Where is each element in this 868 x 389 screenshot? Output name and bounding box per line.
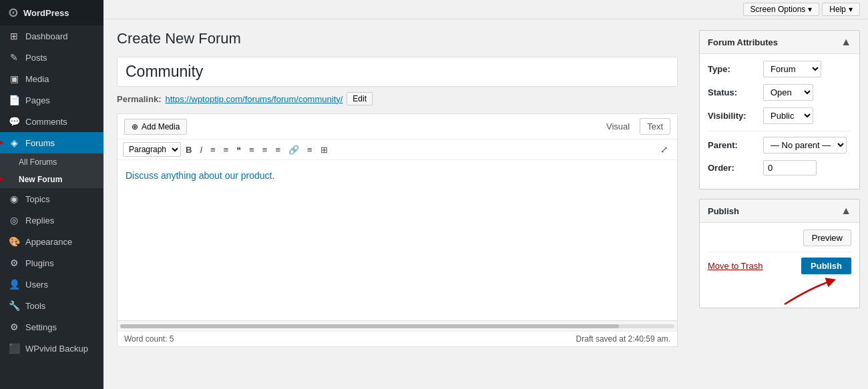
align-right-button[interactable]: ≡ [272, 143, 284, 157]
plugins-icon: ⚙ [8, 258, 20, 268]
sidebar-item-label: WPvivid Backup [25, 344, 88, 354]
sidebar-item-users[interactable]: 👤 Users [0, 274, 103, 295]
publish-panel: Publish ▲ Preview Move to Trash Publish [699, 199, 860, 308]
sidebar-item-settings[interactable]: ⚙ Settings [0, 316, 103, 338]
unordered-list-button[interactable]: ≡ [207, 143, 219, 157]
help-button[interactable]: Help ▾ [822, 3, 860, 16]
align-center-button[interactable]: ≡ [259, 143, 271, 157]
format-select[interactable]: Paragraph [123, 142, 181, 157]
sidebar-item-dashboard[interactable]: ⊞ Dashboard [0, 25, 103, 47]
editor-content: Discuss anything about our product. [126, 170, 274, 181]
all-forums-label: All Forums [19, 157, 57, 167]
media-icon: ▣ [8, 73, 20, 84]
forum-attributes-header: Forum Attributes ▲ [700, 31, 859, 54]
sidebar-item-tools[interactable]: 🔧 Tools [0, 295, 103, 316]
word-count: Word count: 5 [124, 334, 174, 344]
sidebar-item-all-forums[interactable]: All Forums [0, 153, 103, 171]
more-button[interactable]: ≡ [304, 143, 316, 157]
editor-tabs: Visual Text [599, 118, 670, 135]
replies-icon: ◎ [8, 215, 20, 226]
editor-toolbar: Paragraph B I ≡ ≡ ❝ ≡ ≡ ≡ 🔗 ≡ ⊞ ⤢ [118, 139, 677, 160]
comments-icon: 💬 [8, 116, 20, 127]
sidebar-item-forums[interactable]: ◈ Forums [0, 132, 103, 153]
sidebar-item-label: Users [25, 280, 48, 290]
order-field-row: Order: [708, 160, 851, 175]
permalink-edit-button[interactable]: Edit [347, 92, 373, 105]
forums-submenu: All Forums New Forum [0, 153, 103, 188]
fullscreen-button[interactable]: ⤢ [657, 142, 672, 157]
topics-icon: ◉ [8, 193, 20, 204]
publish-panel-header: Publish ▲ [700, 200, 859, 223]
sidebar-item-label: Comments [25, 117, 67, 127]
sidebar-item-media[interactable]: ▣ Media [0, 68, 103, 89]
forums-arrow-icon [0, 133, 3, 153]
sidebar-item-pages[interactable]: 📄 Pages [0, 89, 103, 111]
posts-icon: ✎ [8, 52, 20, 63]
draft-saved: Draft saved at 2:40:59 am. [576, 334, 670, 344]
visibility-field-row: Visibility: Public Private [708, 107, 851, 124]
forum-attributes-body: Type: Forum Category Status: Open Closed [700, 54, 859, 189]
add-media-label: Add Media [142, 122, 180, 131]
parent-select[interactable]: — No parent — [763, 137, 847, 153]
visibility-select[interactable]: Public Private [763, 107, 813, 124]
status-select[interactable]: Open Closed [763, 84, 813, 101]
add-media-icon: ⊕ [132, 122, 138, 131]
forum-title-input[interactable] [117, 57, 678, 87]
sidebar-item-posts[interactable]: ✎ Posts [0, 47, 103, 68]
align-left-button[interactable]: ≡ [246, 143, 258, 157]
tab-text[interactable]: Text [640, 118, 670, 135]
bold-button[interactable]: B [182, 143, 195, 157]
divider [708, 131, 851, 131]
permalink-label: Permalink: [117, 94, 161, 104]
type-label: Type: [708, 64, 758, 74]
publish-button[interactable]: Publish [801, 258, 851, 274]
editor-container: ⊕ Add Media Visual Text Paragraph B I ≡ [117, 113, 678, 347]
publish-actions: Move to Trash Publish [708, 258, 851, 274]
wpvivid-icon: ⬛ [8, 343, 20, 354]
screen-options-button[interactable]: Screen Options ▾ [743, 3, 820, 16]
dashboard-icon: ⊞ [8, 31, 20, 41]
parent-label: Parent: [708, 140, 758, 150]
sidebar-item-appearance[interactable]: 🎨 Appearance [0, 231, 103, 252]
move-to-trash-link[interactable]: Move to Trash [708, 261, 763, 271]
table-button[interactable]: ⊞ [317, 143, 331, 157]
publish-title: Publish [708, 206, 739, 216]
preview-button[interactable]: Preview [803, 230, 851, 246]
help-chevron-icon: ▾ [849, 5, 853, 14]
italic-button[interactable]: I [196, 143, 206, 157]
sidebar-logo: ⊙ WordPress [0, 0, 103, 25]
permalink-bar: Permalink: https://wptoptip.com/forums/f… [117, 92, 678, 105]
sidebar-item-label: Dashboard [25, 31, 68, 41]
sidebar-item-topics[interactable]: ◉ Topics [0, 188, 103, 210]
sidebar-item-wpvivid[interactable]: ⬛ WPvivid Backup [0, 338, 103, 359]
help-label: Help [829, 5, 846, 14]
sidebar-item-replies[interactable]: ◎ Replies [0, 210, 103, 231]
editor-top-bar: ⊕ Add Media Visual Text [118, 114, 677, 139]
scrollbar-thumb [120, 324, 619, 328]
type-select[interactable]: Forum Category [763, 61, 821, 77]
editor-scrollbar[interactable] [118, 320, 677, 331]
sidebar-item-new-forum[interactable]: New Forum [0, 171, 103, 188]
order-input[interactable] [763, 160, 817, 175]
visibility-label: Visibility: [708, 111, 758, 121]
sidebar-item-label: Settings [25, 322, 57, 332]
publish-panel-body: Preview Move to Trash Publish [700, 223, 859, 308]
add-media-button[interactable]: ⊕ Add Media [124, 119, 187, 135]
sidebar-logo-text: WordPress [23, 8, 69, 18]
permalink-url[interactable]: https://wptoptip.com/forums/forum/commun… [165, 94, 343, 104]
editor-area: Create New Forum Permalink: https://wpto… [103, 19, 691, 389]
sidebar-item-comments[interactable]: 💬 Comments [0, 111, 103, 132]
publish-toggle-icon[interactable]: ▲ [841, 205, 851, 217]
parent-field-row: Parent: — No parent — [708, 137, 851, 153]
tab-visual[interactable]: Visual [599, 118, 637, 135]
sidebar-item-plugins[interactable]: ⚙ Plugins [0, 252, 103, 274]
editor-body[interactable]: Discuss anything about our product. [118, 160, 677, 320]
sidebar-item-label: Plugins [25, 258, 54, 268]
forums-icon: ◈ [8, 137, 20, 148]
forum-attributes-toggle-icon[interactable]: ▲ [841, 36, 851, 48]
link-button[interactable]: 🔗 [285, 143, 302, 157]
content-area: Create New Forum Permalink: https://wpto… [103, 19, 868, 389]
blockquote-button[interactable]: ❝ [233, 143, 244, 157]
publish-divider [708, 252, 851, 252]
ordered-list-button[interactable]: ≡ [220, 143, 232, 157]
